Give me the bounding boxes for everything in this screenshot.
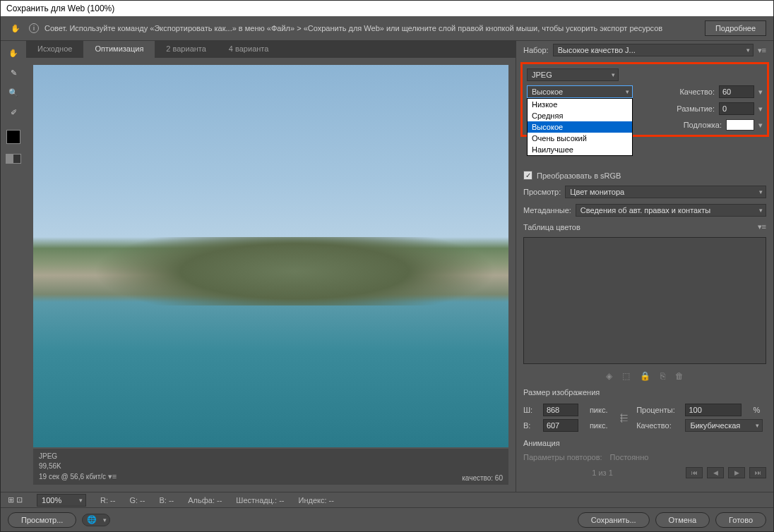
bottom-bar: Просмотр... 🌐 Сохранить... Отмена Готово — [1, 507, 773, 531]
preset-select[interactable]: Высокое качество J... — [553, 44, 754, 56]
status-bar: ⊞ ⊡ 100% R: -- G: -- B: -- Альфа: -- Шес… — [1, 492, 773, 507]
eyedropper-icon[interactable]: ✐ — [6, 104, 21, 120]
width-input[interactable] — [543, 404, 578, 416]
matte-label: Подложка: — [684, 121, 722, 129]
format-select[interactable]: JPEG — [527, 68, 619, 81]
preview-size: 99,56K — [39, 461, 117, 471]
image-preview[interactable] — [33, 65, 508, 447]
cancel-button[interactable]: Отмена — [655, 512, 710, 528]
ct-icon-1[interactable]: ◈ — [606, 371, 612, 381]
info-icon: i — [29, 23, 39, 33]
preview-quality: качество: 60 — [462, 474, 503, 482]
height-label: В: — [523, 421, 539, 430]
tab-four[interactable]: 4 варианта — [218, 41, 280, 58]
quality-preset-dropdown: Низкое Средняя Высокое Очень высокий Наи… — [527, 98, 633, 156]
matte-swatch[interactable] — [726, 119, 754, 131]
srgb-checkbox[interactable]: ✓ — [523, 171, 532, 180]
resample-select[interactable]: Бикубическая — [685, 419, 763, 432]
first-frame-icon[interactable]: ⏮ — [686, 467, 703, 478]
width-label: Ш: — [523, 406, 539, 414]
preview-mode-select[interactable]: Цвет монитора — [565, 186, 766, 198]
percent-input[interactable] — [685, 404, 742, 416]
percent-sign: % — [753, 406, 766, 414]
view-tabs: Исходное Оптимизация 2 варианта 4 вариан… — [26, 41, 516, 58]
tab-two[interactable]: 2 варианта — [155, 41, 218, 58]
ct-icon-2[interactable]: ⬚ — [622, 371, 630, 381]
window-titlebar: Сохранить для Web (100%) — [1, 1, 773, 16]
zoom-select[interactable]: 100% — [37, 494, 86, 507]
settings-panel: Набор: Высокое качество J... ▾≡ JPEG Выс… — [516, 41, 773, 492]
play-icon[interactable]: ▶ — [728, 467, 745, 478]
trash-icon[interactable]: 🗑 — [675, 371, 684, 381]
quality-option-medium[interactable]: Средняя — [528, 110, 632, 121]
status-r: R: -- — [100, 496, 115, 504]
metadata-label: Метаданные: — [523, 206, 571, 214]
save-button[interactable]: Сохранить... — [578, 512, 650, 528]
status-index: Индекс: -- — [298, 496, 333, 504]
frame-counter: 1 из 1 — [523, 468, 681, 477]
hand-icon[interactable]: ✋ — [8, 20, 23, 36]
slice-visibility-icon[interactable] — [6, 154, 21, 164]
preview-time: 19 сек @ 56,6 кбит/с — [39, 473, 106, 480]
slice-tool-icon[interactable]: ✎ — [6, 65, 21, 80]
srgb-label: Преобразовать в sRGB — [537, 171, 621, 180]
hand-tool-icon[interactable]: ✋ — [6, 45, 21, 61]
preview-menu-icon[interactable]: ▾≡ — [108, 472, 117, 480]
quality-label: Качество: — [679, 87, 715, 96]
tip-bar: ✋ i Совет. Используйте команду «Экспорти… — [1, 16, 773, 41]
chevron-down-icon[interactable]: ▾ — [758, 87, 763, 97]
loop-value: Постоянно — [610, 453, 649, 461]
chevron-down-icon[interactable]: ▾ — [758, 104, 763, 114]
height-input[interactable] — [543, 419, 578, 432]
px-label: пикс. — [590, 421, 614, 430]
lock-icon[interactable]: 🔒 — [640, 371, 650, 381]
highlighted-settings: JPEG Высокое Низкое Средняя Высокое Очен… — [520, 62, 769, 137]
tip-text: Совет. Используйте команду «Экспортирова… — [44, 24, 699, 32]
color-table-title: Таблица цветов — [523, 223, 580, 231]
preview-format: JPEG — [39, 452, 117, 461]
px-label: пикс. — [590, 406, 614, 414]
prev-frame-icon[interactable]: ◀ — [707, 467, 724, 478]
tab-source[interactable]: Исходное — [26, 41, 83, 58]
blur-label: Размытие: — [677, 104, 715, 113]
zoom-tool-icon[interactable]: 🔍 — [6, 85, 21, 100]
status-alpha: Альфа: -- — [188, 496, 222, 504]
loop-label: Параметры повторов: — [523, 453, 602, 461]
done-button[interactable]: Готово — [715, 512, 766, 528]
preview-footer: JPEG 99,56K 19 сек @ 56,6 кбит/с ▾≡ каче… — [33, 449, 508, 485]
more-button[interactable]: Подробнее — [705, 20, 766, 36]
color-swatch[interactable] — [6, 130, 20, 144]
chevron-down-icon[interactable]: ▾ — [758, 121, 763, 130]
metadata-select[interactable]: Сведения об авт. правах и контакты — [576, 204, 766, 217]
preview-mode-label: Просмотр: — [523, 188, 561, 196]
status-g: G: -- — [129, 496, 145, 504]
preview-button[interactable]: Просмотр... — [8, 512, 76, 528]
tab-optimize[interactable]: Оптимизация — [83, 41, 155, 58]
browser-select[interactable]: 🌐 — [82, 514, 110, 526]
quality-input[interactable] — [719, 85, 754, 98]
preset-label: Набор: — [523, 46, 549, 54]
color-table-menu-icon[interactable]: ▾≡ — [758, 222, 766, 231]
last-frame-icon[interactable]: ⏭ — [749, 467, 766, 478]
animation-title: Анимация — [523, 439, 560, 447]
ct-new-icon[interactable]: ⎘ — [660, 371, 665, 381]
view-mode-icon[interactable]: ⊞ ⊡ — [8, 495, 23, 504]
quality-option-veryhigh[interactable]: Очень высокий — [528, 133, 632, 144]
image-size-title: Размер изображения — [523, 388, 600, 397]
panel-menu-icon[interactable]: ▾≡ — [758, 46, 766, 55]
quality-option-high[interactable]: Высокое — [528, 121, 632, 133]
quality-option-best[interactable]: Наилучшее — [528, 144, 632, 155]
link-icon[interactable]: ⬱ — [618, 413, 629, 423]
color-table — [523, 237, 766, 364]
blur-input[interactable] — [719, 102, 754, 115]
quality-preset-select[interactable]: Высокое — [527, 85, 633, 98]
resample-label: Качество: — [636, 421, 681, 430]
window-title: Сохранить для Web (100%) — [6, 4, 114, 13]
left-toolbar: ✋ ✎ 🔍 ✐ — [1, 41, 26, 492]
status-b: B: -- — [159, 496, 174, 504]
percent-label: Проценты: — [636, 406, 681, 414]
quality-option-low[interactable]: Низкое — [528, 99, 632, 110]
status-hex: Шестнадц.: -- — [236, 496, 284, 504]
